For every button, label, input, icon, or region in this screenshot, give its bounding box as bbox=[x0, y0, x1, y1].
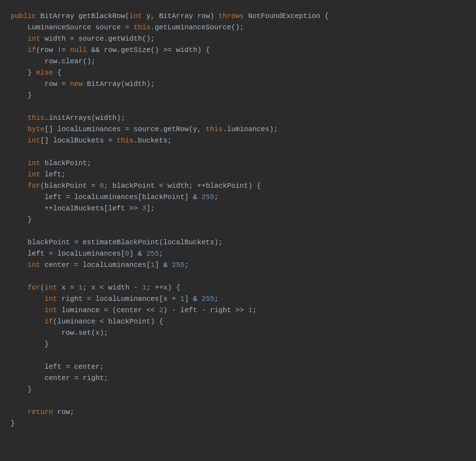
code-line-1: public BitArray getBlackRow(int y, BitAr… bbox=[11, 11, 465, 22]
code-line-2: LuminanceSource source = this.getLuminan… bbox=[11, 22, 465, 33]
code-line-4: if(row != null && row.getSize() >= width… bbox=[11, 45, 465, 56]
code-line-15: int left; bbox=[11, 169, 465, 180]
code-line-34: } bbox=[11, 384, 465, 395]
code-line-19: } bbox=[11, 214, 465, 226]
code-line-14: int blackPoint; bbox=[11, 158, 465, 169]
code-line-17: left = localLuminances[blackPoint] & 255… bbox=[11, 192, 465, 203]
code-line-23: int center = localLuminances[1] & 255; bbox=[11, 259, 465, 271]
code-line-3: int width = source.getWidth(); bbox=[11, 33, 465, 45]
code-line-9 bbox=[11, 101, 465, 112]
code-line-16: for(blackPoint = 0; blackPoint < width; … bbox=[11, 180, 465, 192]
code-line-22: left = localLuminances[0] & 255; bbox=[11, 248, 465, 259]
code-line-11: byte[] localLuminances = source.getRow(y… bbox=[11, 124, 465, 135]
code-line-12: int[] localBuckets = this.buckets; bbox=[11, 135, 465, 146]
code-line-18: ++localBuckets[left >> 3]; bbox=[11, 203, 465, 214]
code-line-25: for(int x = 1; x < width - 1; ++x) { bbox=[11, 282, 465, 293]
code-line-32: left = center; bbox=[11, 361, 465, 373]
code-line-27: int luminance = (center << 2) - left - r… bbox=[11, 305, 465, 316]
code-line-20 bbox=[11, 226, 465, 237]
code-line-21: blackPoint = estimateBlackPoint(localBuc… bbox=[11, 237, 465, 248]
code-line-35 bbox=[11, 395, 465, 407]
code-line-5: row.clear(); bbox=[11, 56, 465, 67]
code-line-36: return row; bbox=[11, 407, 465, 418]
code-line-26: int right = localLuminances[x + 1] & 255… bbox=[11, 293, 465, 305]
code-line-28: if(luminance < blackPoint) { bbox=[11, 316, 465, 327]
code-line-37: } bbox=[11, 418, 465, 429]
code-line-8: } bbox=[11, 90, 465, 101]
code-line-24 bbox=[11, 271, 465, 282]
code-line-6: } else { bbox=[11, 67, 465, 78]
code-line-33: center = right; bbox=[11, 373, 465, 384]
code-line-31 bbox=[11, 350, 465, 361]
code-line-30: } bbox=[11, 339, 465, 350]
code-line-7: row = new BitArray(width); bbox=[11, 78, 465, 90]
code-editor: public BitArray getBlackRow(int y, BitAr… bbox=[11, 7, 465, 433]
code-line-13 bbox=[11, 146, 465, 158]
code-line-10: this.initArrays(width); bbox=[11, 112, 465, 124]
code-line-29: row.set(x); bbox=[11, 327, 465, 339]
